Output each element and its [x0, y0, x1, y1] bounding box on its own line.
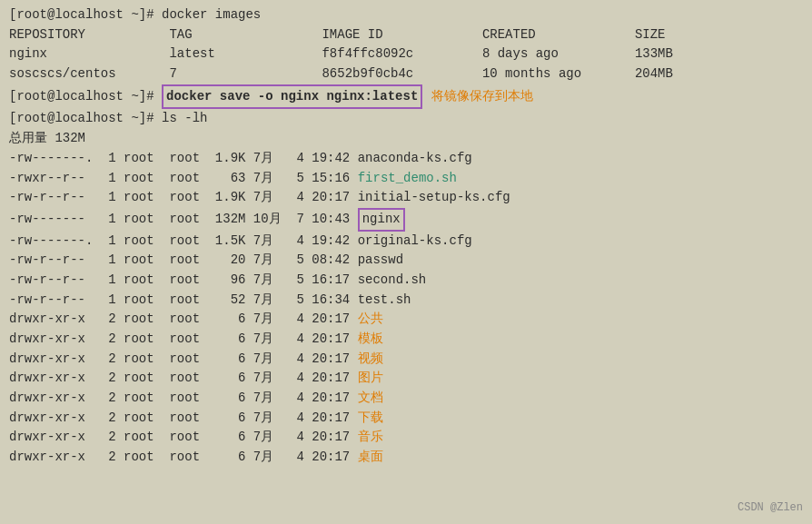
dir-name: 音乐	[358, 428, 383, 448]
list-item: drwxr-xr-x 2 root root 6 7月 4 20:17 公共	[9, 310, 803, 330]
dir-name: 公共	[358, 310, 383, 330]
command-highlighted: docker save -o nginx nginx:latest	[162, 84, 422, 110]
list-item: drwxr-xr-x 2 root root 6 7月 4 20:17 模板	[9, 330, 803, 350]
list-item: drwxr-xr-x 2 root root 6 7月 4 20:17 文档	[9, 389, 803, 409]
dir-info: drwxr-xr-x 2 root root 6 7月 4 20:17	[9, 448, 358, 468]
list-item: drwxr-xr-x 2 root root 6 7月 4 20:17 图片	[9, 369, 803, 389]
list-item: -rw-------. 1 root root 1.9K 7月 4 19:42 …	[9, 149, 803, 169]
file-info: -rw------- 1 root root 132M 10月 7 10:43	[9, 210, 358, 230]
prompt: [root@localhost ~]#	[9, 87, 162, 107]
dir-info: drwxr-xr-x 2 root root 6 7月 4 20:17	[9, 310, 358, 330]
file-info: -rw-r--r-- 1 root root 20 7月 5 08:42 pas…	[9, 251, 403, 271]
total-text: 总用量 132M	[9, 129, 85, 149]
comment: 将镜像保存到本地	[431, 87, 533, 107]
row-text: soscscs/centos 7 8652b9f0cb4c 10 months …	[9, 64, 673, 84]
command-line-save: [root@localhost ~]# docker save -o nginx…	[9, 84, 803, 110]
list-item: -rw-------. 1 root root 1.5K 7月 4 19:42 …	[9, 232, 803, 252]
list-item: drwxr-xr-x 2 root root 6 7月 4 20:17 下载	[9, 409, 803, 429]
file-info: -rw-------. 1 root root 1.9K 7月 4 19:42 …	[9, 149, 472, 169]
list-item: -rw-r--r-- 1 root root 20 7月 5 08:42 pas…	[9, 251, 803, 271]
total-line: 总用量 132M	[9, 129, 803, 149]
table-row: nginx latest f8f4ffc8092c 8 days ago 133…	[9, 44, 803, 64]
dir-info: drwxr-xr-x 2 root root 6 7月 4 20:17	[9, 350, 358, 370]
dir-name: 视频	[358, 350, 383, 370]
watermark: CSDN @Zlen	[738, 499, 803, 517]
header-text: REPOSITORY TAG IMAGE ID CREATED SIZE	[9, 25, 666, 45]
dir-info: drwxr-xr-x 2 root root 6 7月 4 20:17	[9, 428, 358, 448]
dir-info: drwxr-xr-x 2 root root 6 7月 4 20:17	[9, 369, 358, 389]
list-item: -rwxr--r-- 1 root root 63 7月 5 15:16 fir…	[9, 169, 803, 189]
row-text: nginx latest f8f4ffc8092c 8 days ago 133…	[9, 44, 673, 64]
dir-name: 图片	[358, 369, 383, 389]
file-info: -rw-------. 1 root root 1.5K 7月 4 19:42 …	[9, 232, 472, 252]
prompt: [root@localhost ~]#	[9, 109, 162, 129]
file-info: -rw-r--r-- 1 root root 1.9K 7月 4 20:17 i…	[9, 188, 510, 208]
command-text: docker images	[162, 5, 261, 25]
dir-name: 桌面	[358, 448, 383, 468]
dir-name: 文档	[358, 389, 383, 409]
file-info: -rwxr--r-- 1 root root 63 7月 5 15:16	[9, 169, 358, 189]
command-text: ls -lh	[162, 109, 207, 129]
file-info: -rw-r--r-- 1 root root 96 7月 5 16:17 sec…	[9, 271, 426, 291]
command-line-docker-images: [root@localhost ~]# docker images	[9, 5, 803, 25]
list-item: -rw------- 1 root root 132M 10月 7 10:43 …	[9, 208, 803, 232]
table-header: REPOSITORY TAG IMAGE ID CREATED SIZE	[9, 25, 803, 45]
list-item: -rw-r--r-- 1 root root 1.9K 7月 4 20:17 i…	[9, 188, 803, 208]
command-line-ls: [root@localhost ~]# ls -lh	[9, 109, 803, 129]
file-info: -rw-r--r-- 1 root root 52 7月 5 16:34 tes…	[9, 291, 411, 311]
table-row: soscscs/centos 7 8652b9f0cb4c 10 months …	[9, 64, 803, 84]
list-item: drwxr-xr-x 2 root root 6 7月 4 20:17 视频	[9, 350, 803, 370]
dir-info: drwxr-xr-x 2 root root 6 7月 4 20:17	[9, 409, 358, 429]
list-item: drwxr-xr-x 2 root root 6 7月 4 20:17 音乐	[9, 428, 803, 448]
list-item: -rw-r--r-- 1 root root 52 7月 5 16:34 tes…	[9, 291, 803, 311]
dir-name: 模板	[358, 330, 383, 350]
file-name-teal: first_demo.sh	[358, 169, 457, 189]
prompt: [root@localhost ~]#	[9, 5, 162, 25]
terminal: [root@localhost ~]# docker images REPOSI…	[0, 0, 812, 524]
dir-info: drwxr-xr-x 2 root root 6 7月 4 20:17	[9, 389, 358, 409]
nginx-filename-highlighted: nginx	[358, 208, 405, 232]
list-item: -rw-r--r-- 1 root root 96 7月 5 16:17 sec…	[9, 271, 803, 291]
dir-info: drwxr-xr-x 2 root root 6 7月 4 20:17	[9, 330, 358, 350]
list-item: drwxr-xr-x 2 root root 6 7月 4 20:17 桌面	[9, 448, 803, 468]
dir-name: 下载	[358, 409, 383, 429]
